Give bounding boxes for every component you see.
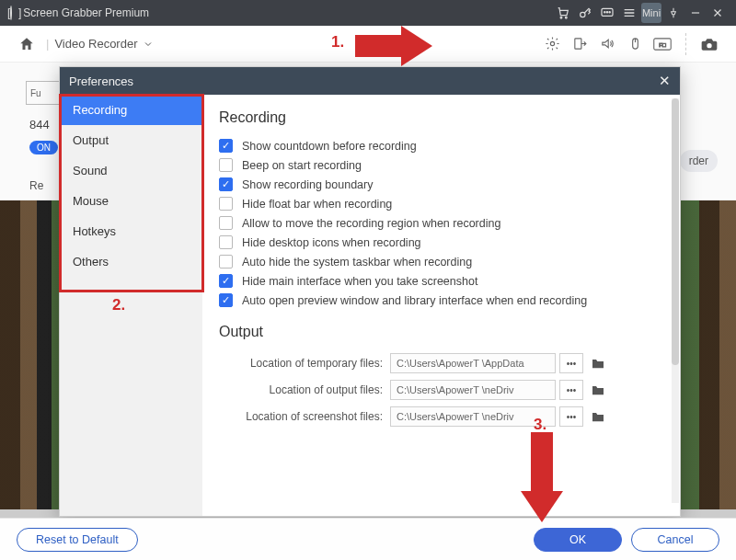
- subpanel-box: Fu: [26, 81, 61, 105]
- recording-option-4[interactable]: Allow to move the recording region when …: [219, 216, 663, 230]
- checkbox[interactable]: [219, 255, 233, 269]
- ok-button[interactable]: OK: [534, 528, 622, 552]
- output-row-0: Location of temporary files:C:\Users\Apo…: [219, 353, 663, 373]
- on-toggle[interactable]: ON: [29, 141, 58, 154]
- browse-button[interactable]: •••: [559, 353, 583, 373]
- svg-point-4: [604, 12, 605, 13]
- svg-text:F□: F□: [659, 41, 666, 48]
- svg-point-1: [565, 17, 567, 18]
- option-label: Show recording boundary: [242, 178, 373, 191]
- close-icon[interactable]: [707, 3, 728, 23]
- toolbar-divider: [685, 33, 686, 55]
- mode-dropdown[interactable]: Video Recorder: [54, 37, 154, 51]
- option-label: Auto hide the system taskbar when record…: [242, 256, 472, 269]
- home-icon[interactable]: [16, 33, 38, 55]
- subpanel-number: 844: [29, 118, 50, 131]
- checkbox[interactable]: [219, 158, 233, 172]
- recording-option-1[interactable]: Beep on start recording: [219, 158, 663, 172]
- recording-option-8[interactable]: Auto open preview window and library int…: [219, 293, 663, 307]
- checkbox[interactable]: [219, 293, 233, 307]
- preferences-content: Recording Show countdown before recordin…: [202, 95, 680, 516]
- reset-button[interactable]: Reset to Default: [17, 528, 138, 552]
- key-icon[interactable]: [575, 3, 595, 23]
- recording-option-0[interactable]: Show countdown before recording: [219, 139, 663, 153]
- checkbox[interactable]: [219, 235, 233, 249]
- svg-point-7: [550, 41, 554, 45]
- chevron-down-icon: [143, 39, 154, 50]
- recording-heading: Recording: [219, 109, 663, 126]
- open-folder-icon[interactable]: [589, 381, 607, 399]
- menu-icon[interactable]: [619, 3, 639, 23]
- checkbox[interactable]: [219, 216, 233, 230]
- output-path[interactable]: C:\Users\ApowerT \neDriv: [390, 406, 556, 427]
- annotation-step3: 3.: [534, 416, 546, 434]
- camera-icon[interactable]: [698, 33, 720, 55]
- annotation-box-2: [59, 94, 204, 292]
- option-label: Hide desktop icons when recording: [242, 236, 421, 249]
- output-row-1: Location of output files:C:\Users\Apower…: [219, 380, 663, 400]
- output-label: Location of output files:: [219, 383, 383, 396]
- output-path[interactable]: C:\Users\ApowerT \neDriv: [390, 380, 556, 400]
- dialog-title: Preferences: [69, 74, 133, 88]
- svg-point-12: [707, 43, 711, 48]
- app-titlebar: [ ] Screen Grabber Premium Mini: [0, 0, 736, 26]
- browse-button[interactable]: •••: [559, 406, 583, 427]
- cart-icon[interactable]: [553, 3, 573, 23]
- output-label: Location of screenshot files:: [219, 410, 383, 423]
- mouse-icon[interactable]: [624, 33, 646, 55]
- annotation-arrow-3: [521, 432, 561, 524]
- option-label: Allow to move the recording region when …: [242, 217, 500, 230]
- svg-point-6: [609, 12, 610, 13]
- annotation-arrow-1: [355, 26, 432, 66]
- separator: |: [46, 37, 49, 51]
- checkbox[interactable]: [219, 139, 233, 153]
- open-folder-icon[interactable]: [589, 407, 607, 426]
- output-path[interactable]: C:\Users\ApowerT \AppData: [390, 353, 556, 373]
- option-label: Auto open preview window and library int…: [242, 294, 587, 307]
- recording-option-5[interactable]: Hide desktop icons when recording: [219, 235, 663, 249]
- recording-option-6[interactable]: Auto hide the system taskbar when record…: [219, 255, 663, 269]
- app-title: Screen Grabber Premium: [23, 6, 149, 19]
- output-label: Location of temporary files:: [219, 357, 383, 370]
- mode-label: Video Recorder: [54, 37, 137, 51]
- annotation-step1: 1.: [331, 33, 344, 51]
- svg-point-2: [581, 12, 585, 17]
- checkbox[interactable]: [219, 274, 233, 288]
- browse-button[interactable]: •••: [559, 380, 583, 400]
- output-heading: Output: [219, 324, 663, 340]
- svg-rect-8: [574, 39, 581, 49]
- recording-option-7[interactable]: Hide main interface when you take screen…: [219, 274, 663, 288]
- option-label: Hide main interface when you take screen…: [242, 275, 477, 288]
- option-label: Beep on start recording: [242, 159, 362, 172]
- svg-point-0: [560, 17, 562, 18]
- sound-icon[interactable]: [596, 33, 618, 55]
- open-folder-icon[interactable]: [589, 354, 607, 372]
- option-label: Show countdown before recording: [242, 140, 417, 153]
- cancel-button[interactable]: Cancel: [631, 528, 719, 552]
- recording-option-2[interactable]: Show recording boundary: [219, 177, 663, 191]
- mini-button[interactable]: Mini: [641, 3, 661, 23]
- rec-label: Re: [29, 179, 43, 192]
- output-row-2: Location of screenshot files:C:\Users\Ap…: [219, 406, 663, 427]
- rder-badge: rder: [680, 150, 718, 172]
- dialog-titlebar: Preferences ✕: [60, 67, 680, 95]
- option-label: Hide float bar when recording: [242, 198, 392, 211]
- dialog-footer: Reset to Default OK Cancel: [0, 518, 736, 560]
- annotation-step2: 2.: [112, 296, 125, 314]
- recording-option-3[interactable]: Hide float bar when recording: [219, 197, 663, 211]
- feedback-icon[interactable]: [597, 3, 617, 23]
- content-scrollbar[interactable]: [672, 98, 679, 503]
- dialog-close-icon[interactable]: ✕: [659, 73, 671, 89]
- svg-point-5: [606, 12, 607, 13]
- bracket-logo: [ ]: [7, 6, 19, 19]
- checkbox[interactable]: [219, 177, 233, 191]
- exit-icon[interactable]: [569, 33, 591, 55]
- checkbox[interactable]: [219, 197, 233, 211]
- minimize-icon[interactable]: [685, 3, 706, 23]
- pin-icon[interactable]: [663, 3, 684, 23]
- fhd-icon[interactable]: F□: [651, 33, 673, 55]
- gear-icon[interactable]: [541, 33, 563, 55]
